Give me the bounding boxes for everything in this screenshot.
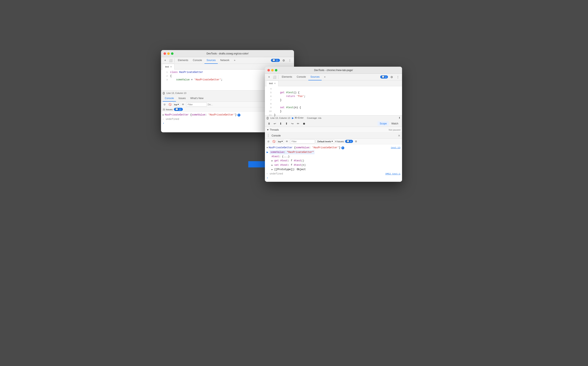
filter-input-front[interactable] [290,139,315,144]
step-over-btn[interactable]: ↩ [272,121,277,126]
file-tab-test-front[interactable]: test ✕ [267,80,278,86]
maximize-button-front[interactable] [275,69,277,71]
code-line-6: 6 return 'foo'; [265,94,402,98]
console-float-title: Console [272,134,281,137]
code-editor-front: 4 5 get #test() { 6 return 'foo'; 7 } [265,86,402,115]
device-icon-front[interactable]: ⬜ [272,75,277,80]
file-tab-close-back[interactable]: ✕ [170,66,172,68]
badge-back: 💬 21 [271,59,280,62]
code-line-5: 5 get #test() { [265,91,402,94]
pause-btn[interactable]: ⏸ [267,121,272,126]
console-set-entry: ▶ set #test: f #test(n) [267,163,400,168]
debugger-toolbar-front: ⏸ ↩ ⬇ ⬆ ↪ ✏ ⏺ Scope Watch [265,120,402,127]
code-line-10: 10 } [265,109,402,113]
breakpoints-btn[interactable]: ⏺ [301,121,306,126]
step-btn[interactable]: ↪ [290,121,295,126]
separator-back [174,58,175,62]
maximize-button-back[interactable] [171,52,174,55]
console-test-entry: #test: (...) [267,154,400,159]
console-content-front: ▼ HasPrivateGetter {someValue: 'HasPriva… [265,144,402,182]
result-ref-front[interactable]: VM52 test:1 [385,172,400,176]
titlebar-back: DevTools - drafts.csswg.org/css-color/ [161,50,294,57]
traffic-lights-front [267,69,277,71]
devtools-window-front: DevTools - chrome://new-tab-page/ ⌖ ⬜ El… [265,67,402,182]
entry-ref-front[interactable]: test:13 [391,146,400,150]
file-tab-close-front[interactable]: ✕ [274,82,276,84]
close-button-front[interactable] [267,69,270,71]
step-out-btn[interactable]: ⬆ [284,121,289,126]
tab-elements-front[interactable]: Elements [280,74,294,80]
code-line-11: 11 } [265,113,402,117]
window-title-front: DevTools - chrome://new-tab-page/ [314,69,353,72]
more-icon-back[interactable]: ⋮ [287,58,292,63]
separator-front [278,75,278,79]
titlebar-front: DevTools - chrome://new-tab-page/ [265,67,402,74]
more-icon-front[interactable]: ⋮ [395,75,400,80]
code-line-7: 7 } [265,98,402,102]
eye-icon-back[interactable]: 👁 [181,102,185,107]
tab-sources-back[interactable]: Sources [205,57,218,64]
console-float-close[interactable]: ✕ [398,134,400,137]
main-toolbar-back: ⌖ ⬜ Elements Console Sources Network » 💬… [161,57,294,64]
file-tab-test-back[interactable]: test ✕ [163,64,175,69]
panel-tabs-front: Scope Watch [378,121,400,126]
settings-icon-front[interactable]: ⚙ [389,75,394,80]
console-tab-console-back[interactable]: Console [163,95,176,102]
tab-sources-front[interactable]: Sources [308,74,322,80]
close-button-back[interactable] [163,52,166,55]
scope-tab[interactable]: Scope [378,121,389,126]
threads-panel: ▼ Threads Not paused [265,127,402,133]
code-line-9: 9 set #test(n) { [265,106,402,109]
toolbar-right-front: 💬 4 ⚙ ⋮ [380,75,400,80]
step-into-btn[interactable]: ⬇ [278,121,283,126]
default-levels-btn[interactable]: Default levels ▾ [316,140,334,143]
clear-console-front[interactable]: ⊘ [266,139,271,144]
settings-console-front[interactable]: ⚙ [354,139,359,144]
console-prompt-front[interactable]: › [267,176,400,180]
minimize-button-back[interactable] [167,52,170,55]
code-line-4: 4 [265,87,402,91]
tab-console-back[interactable]: Console [191,57,204,64]
issues-badge-back: 💬 21 [174,108,183,111]
tab-more-back[interactable]: » [232,57,237,64]
eye-icon-front[interactable]: 👁 [285,139,289,144]
badge-front: 💬 4 [380,75,388,78]
console-arrow-icon: ▶ [267,150,268,154]
top-selector-back[interactable]: top ▾ [173,103,180,106]
highlighted-someval: someValue: "HasPrivateGetter" [269,150,314,154]
console-main-entry: ▼ HasPrivateGetter {someValue: 'HasPriva… [267,146,400,150]
minimize-button-front[interactable] [271,69,274,71]
device-icon-back[interactable]: ⬜ [168,58,173,63]
console-float-header: ⋮ Console ✕ [265,133,402,138]
console-prototype-entry: ▶ [[Prototype]]: Object [267,168,400,172]
blackbox-btn[interactable]: ✏ [296,121,301,126]
tab-console-front[interactable]: Console [295,74,308,80]
settings-icon-back[interactable]: ⚙ [281,58,286,63]
file-tab-strip-front: test ✕ [265,80,402,86]
top-selector-front[interactable]: top ▾ [277,140,284,143]
dots-menu-icon[interactable]: ⋮ [267,134,270,137]
block-icon-back[interactable]: 🚫 [168,102,172,107]
arrow-row: ▶ someValue: "HasPrivateGetter" [267,150,400,154]
clear-console-back[interactable]: ⊘ [162,102,167,107]
watch-tab[interactable]: Watch [389,121,400,126]
console-tab-whatsnew-back[interactable]: What's New [188,95,206,102]
inspect-icon-front[interactable]: ⌖ [267,75,272,80]
issues-badge-front: 4 Issues: 💬 4 [335,140,353,143]
info-icon-front[interactable]: ℹ [341,146,344,149]
tab-network-front[interactable]: » [322,74,328,80]
block-icon-front[interactable]: 🚫 [272,139,276,144]
tab-network-back[interactable]: Network [218,57,231,64]
toolbar-right-back: 💬 21 ⚙ ⋮ [271,58,292,63]
inspect-icon-back[interactable]: ⌖ [163,58,168,63]
tab-elements-back[interactable]: Elements [176,57,190,64]
console-get-entry: ▶ get #test: f #test() [267,159,400,163]
console-tab-issues-back[interactable]: Issues [176,95,188,102]
filter-input-back[interactable] [186,102,207,107]
info-icon-back[interactable]: ℹ [237,114,240,116]
window-title-back: DevTools - drafts.csswg.org/css-color/ [206,52,249,55]
main-toolbar-front: ⌖ ⬜ Elements Console Sources » 💬 4 ⚙ ⋮ [265,74,402,80]
console-result-front: ← undefined VM52 test:1 [267,172,400,176]
traffic-lights-back [163,52,174,55]
console-float-toolbar: ⊘ 🚫 top ▾ 👁 Default levels ▾ 4 Issues: 💬… [265,138,402,144]
